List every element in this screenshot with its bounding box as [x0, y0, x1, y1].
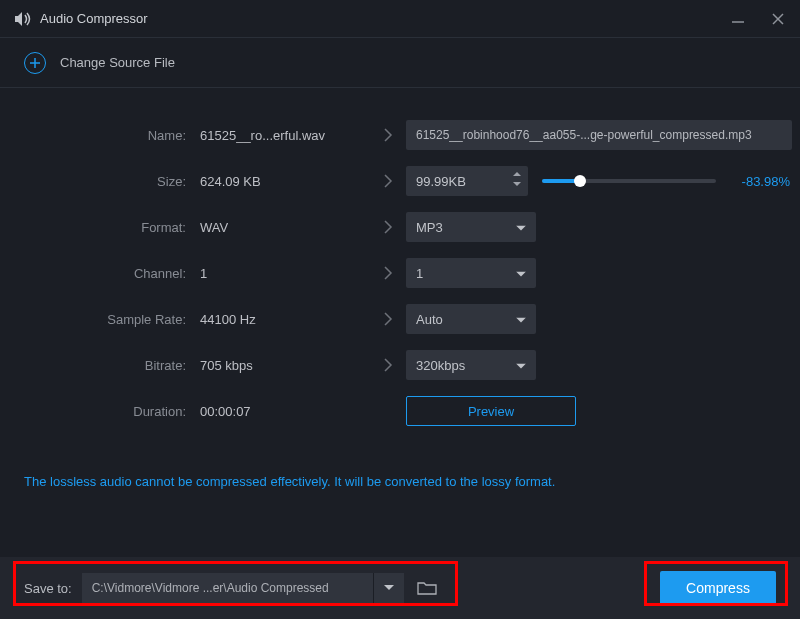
window-controls — [730, 11, 786, 27]
arrow-icon — [370, 312, 406, 326]
output-name-field[interactable]: 61525__robinhood76__aa055-...ge-powerful… — [406, 120, 792, 150]
sample-rate-dropdown[interactable]: Auto — [406, 304, 536, 334]
compress-button[interactable]: Compress — [660, 571, 776, 605]
row-bitrate: Bitrate: 705 kbps 320kbps — [24, 350, 776, 380]
minimize-button[interactable] — [730, 11, 746, 27]
row-format: Format: WAV MP3 — [24, 212, 776, 242]
preview-button[interactable]: Preview — [406, 396, 576, 426]
name-label: Name: — [24, 128, 200, 143]
sample-rate-selected: Auto — [416, 312, 443, 327]
size-stepper[interactable]: 99.99KB — [406, 166, 528, 196]
sample-rate-value: 44100 Hz — [200, 312, 370, 327]
title-bar: Audio Compressor — [0, 0, 800, 38]
chevron-down-icon — [384, 585, 394, 591]
channel-value: 1 — [200, 266, 370, 281]
bitrate-label: Bitrate: — [24, 358, 200, 373]
format-dropdown[interactable]: MP3 — [406, 212, 536, 242]
channel-label: Channel: — [24, 266, 200, 281]
bottom-bar: Save to: C:\Vidmore\Vidmore ...er\Audio … — [0, 557, 800, 619]
preview-button-label: Preview — [468, 404, 514, 419]
chevron-down-icon — [516, 358, 526, 373]
row-channel: Channel: 1 1 — [24, 258, 776, 288]
window-title: Audio Compressor — [40, 11, 148, 26]
row-size: Size: 624.09 KB 99.99KB — [24, 166, 776, 196]
change-source-label: Change Source File — [60, 55, 175, 70]
format-label: Format: — [24, 220, 200, 235]
stepper-up-icon[interactable] — [512, 170, 522, 178]
channel-selected: 1 — [416, 266, 423, 281]
open-folder-button[interactable] — [412, 573, 442, 603]
bitrate-dropdown[interactable]: 320kbps — [406, 350, 536, 380]
row-name: Name: 61525__ro...erful.wav 61525__robin… — [24, 120, 776, 150]
arrow-icon — [370, 220, 406, 234]
lossy-notice: The lossless audio cannot be compressed … — [0, 442, 800, 489]
stepper-down-icon[interactable] — [512, 180, 522, 188]
change-source-row[interactable]: Change Source File — [0, 38, 800, 88]
chevron-down-icon — [516, 266, 526, 281]
row-sample-rate: Sample Rate: 44100 Hz Auto — [24, 304, 776, 334]
compress-button-label: Compress — [686, 580, 750, 596]
row-duration: Duration: 00:00:07 Preview — [24, 396, 776, 426]
arrow-icon — [370, 174, 406, 188]
size-stepper-value: 99.99KB — [416, 174, 466, 189]
form-area: Name: 61525__ro...erful.wav 61525__robin… — [0, 88, 800, 426]
arrow-icon — [370, 358, 406, 372]
size-label: Size: — [24, 174, 200, 189]
plus-circle-icon — [24, 52, 46, 74]
output-name-text: 61525__robinhood76__aa055-...ge-powerful… — [416, 128, 752, 142]
format-value: WAV — [200, 220, 370, 235]
arrow-icon — [370, 128, 406, 142]
save-path-text: C:\Vidmore\Vidmore ...er\Audio Compresse… — [92, 581, 329, 595]
bitrate-selected: 320kbps — [416, 358, 465, 373]
bitrate-value: 705 kbps — [200, 358, 370, 373]
size-slider[interactable] — [542, 179, 716, 183]
name-value: 61525__ro...erful.wav — [200, 128, 370, 143]
chevron-down-icon — [516, 312, 526, 327]
folder-icon — [417, 580, 437, 596]
size-percent: -83.98% — [742, 174, 792, 189]
sample-rate-label: Sample Rate: — [24, 312, 200, 327]
chevron-down-icon — [516, 220, 526, 235]
slider-thumb[interactable] — [574, 175, 586, 187]
audio-logo-icon — [14, 11, 32, 27]
channel-dropdown[interactable]: 1 — [406, 258, 536, 288]
size-value: 624.09 KB — [200, 174, 370, 189]
close-button[interactable] — [770, 11, 786, 27]
duration-label: Duration: — [24, 404, 200, 419]
arrow-icon — [370, 266, 406, 280]
duration-value: 00:00:07 — [200, 404, 370, 419]
save-path-dropdown[interactable] — [374, 573, 404, 603]
save-path-field[interactable]: C:\Vidmore\Vidmore ...er\Audio Compresse… — [82, 573, 374, 603]
format-selected: MP3 — [416, 220, 443, 235]
save-to-label: Save to: — [24, 581, 72, 596]
app-logo: Audio Compressor — [14, 11, 148, 27]
